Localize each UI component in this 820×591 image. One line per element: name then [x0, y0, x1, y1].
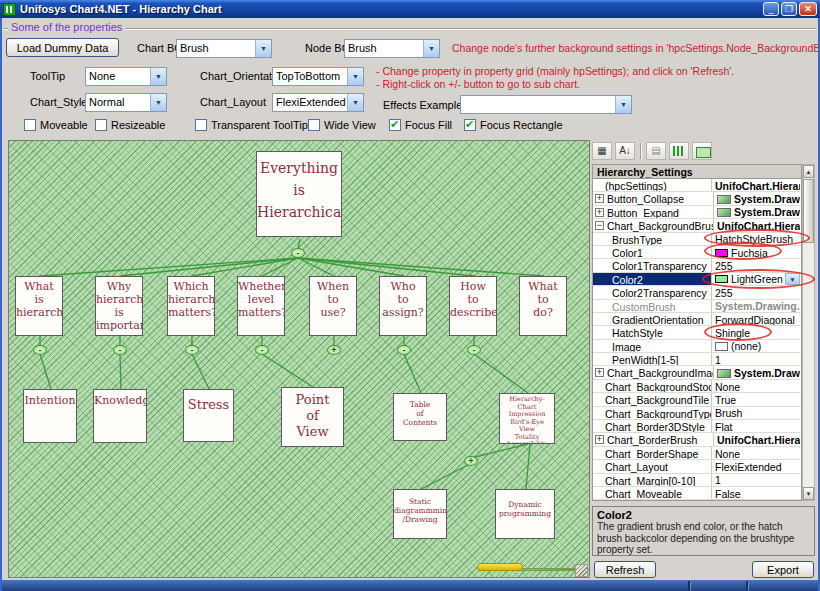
node-expand-button[interactable]: - — [397, 345, 411, 355]
expand-toggle-icon[interactable]: + — [595, 368, 604, 377]
chart-node-static-diagramming[interactable]: Static diagrammming /Drawing — [393, 489, 447, 539]
scroll-up-button[interactable]: ▲ — [803, 165, 814, 178]
property-row-chart-backgroundtile[interactable]: Chart_BackgroundTileTrue — [593, 393, 801, 406]
property-row-chart-border3dstyle[interactable]: Chart_Border3DStyleFlat — [593, 420, 801, 433]
load-dummy-data-button[interactable]: Load Dummy Data — [6, 38, 119, 57]
style-select[interactable]: Normal ▼ — [85, 93, 167, 112]
tooltip-select[interactable]: None ▼ — [85, 67, 167, 86]
chart-node-what-to-do[interactable]: What to do? — [519, 276, 567, 336]
chart-node-hierarchy-impression[interactable]: Hierarchy-Chart Impression Bird's-Eye Vi… — [499, 393, 555, 444]
property-value[interactable]: UnifoChart.Hierarchy — [713, 433, 801, 445]
property-value[interactable]: ForwardDiagonal — [711, 313, 801, 325]
expand-toggle-icon[interactable]: + — [595, 194, 604, 203]
property-value[interactable]: Flat — [711, 420, 801, 432]
expand-toggle-icon[interactable]: + — [595, 435, 604, 444]
property-value[interactable]: 1 — [711, 353, 801, 365]
node-expand-button[interactable]: - — [113, 345, 127, 355]
checkbox-resizeable[interactable]: Resizeable — [95, 118, 165, 132]
chart-node-why-important[interactable]: Why hierarchy is important? — [95, 276, 143, 336]
property-value[interactable]: System.Drawing — [713, 206, 801, 218]
property-row-chart-backgroundbrush[interactable]: −Chart_BackgroundBrushUnifoChart.Hierarc… — [593, 219, 801, 232]
property-value[interactable]: FlexiExtended — [711, 460, 801, 472]
property-row-color1transparency[interactable]: Color1Transparency255 — [593, 259, 801, 272]
property-row-chart-borderbrush[interactable]: +Chart_BorderBrushUnifoChart.Hierarchy — [593, 433, 801, 446]
maximize-button[interactable]: ❐ — [781, 2, 797, 16]
property-value[interactable]: 255 — [711, 286, 801, 298]
node-bg-select[interactable]: Brush ▼ — [344, 39, 440, 58]
property-row-chart-backgroundtype[interactable]: Chart_BackgroundTypeBrush — [593, 407, 801, 420]
hierarchy-chart-canvas[interactable]: Everything is Hierarchical What is hiera… — [8, 140, 590, 578]
node-expand-button[interactable]: - — [255, 345, 269, 355]
property-row-color1[interactable]: Color1Fuchsia — [593, 246, 801, 259]
chart-node-knowledge[interactable]: Knowledge — [93, 389, 147, 443]
chart-node-intention[interactable]: Intention — [23, 389, 77, 443]
property-value[interactable]: 1 — [711, 474, 801, 486]
node-expand-button[interactable]: + — [327, 345, 341, 355]
property-pages-icon[interactable]: ▤ — [646, 142, 666, 160]
combo-arrow-icon[interactable]: ▼ — [150, 68, 166, 85]
resize-grip[interactable] — [575, 564, 588, 577]
checkbox-moveable[interactable]: Moveable — [24, 118, 88, 132]
title-bar[interactable]: Unifosys Chart4.NET - Hierarchy Chart _ … — [0, 0, 820, 18]
expand-toggle-icon[interactable]: − — [595, 221, 604, 230]
property-value[interactable]: UnifoChart.Hierarchy — [711, 179, 801, 191]
property-value[interactable]: (none) — [711, 340, 801, 352]
chart-node-table-of-contents[interactable]: Table of Contents — [393, 393, 447, 441]
checkbox-box[interactable] — [195, 119, 207, 131]
property-value[interactable]: System.Drawing — [713, 192, 801, 204]
chart-node-point-of-view[interactable]: Point of View — [281, 387, 344, 447]
property-value[interactable]: UnifoChart.Hierarchy — [713, 219, 801, 231]
property-value[interactable]: False — [711, 487, 801, 499]
property-value[interactable]: None — [711, 380, 801, 392]
combo-arrow-icon[interactable]: ▼ — [615, 96, 631, 113]
chart-bg-select[interactable]: Brush ▼ — [176, 39, 272, 58]
node-expand-button[interactable]: - — [33, 345, 47, 355]
property-row-hatchstyle[interactable]: HatchStyleShingle — [593, 326, 801, 339]
close-button[interactable]: ✕ — [799, 2, 817, 16]
property-value[interactable]: Brush — [711, 407, 801, 419]
property-row-color2[interactable]: Color2LightGreen▼ — [593, 273, 801, 286]
property-row-chart-moveable[interactable]: Chart_MoveableFalse — [593, 487, 801, 500]
property-row-button-expand[interactable]: +Button_ExpandSystem.Drawing — [593, 206, 801, 219]
minimize-button[interactable]: _ — [763, 2, 779, 16]
node-expand-button[interactable]: - — [467, 345, 481, 355]
node-expand-button[interactable]: - — [291, 248, 305, 258]
property-value[interactable]: System.Drawing — [713, 366, 801, 378]
checkbox-box[interactable] — [95, 119, 107, 131]
checkbox-box[interactable] — [308, 119, 320, 131]
property-row-custombrush[interactable]: CustomBrushSystem.Drawing.Dra — [593, 300, 801, 313]
checkbox-transparent-tooltip[interactable]: Transparent ToolTip — [195, 118, 308, 132]
chart-node-whether-level[interactable]: Whether level matters? — [237, 276, 285, 336]
checkbox-box[interactable] — [24, 119, 36, 131]
property-value[interactable]: None — [711, 447, 801, 459]
checkbox-focus-rectangle[interactable]: Focus Rectangle — [464, 118, 563, 132]
layout-select[interactable]: FlexiExtended ▼ — [272, 93, 364, 112]
scroll-down-button[interactable]: ▼ — [803, 487, 814, 500]
property-row-button-collapse[interactable]: +Button_CollapseSystem.Drawing — [593, 192, 801, 205]
property-row-color2transparency[interactable]: Color2Transparency255 — [593, 286, 801, 299]
zoom-slider-thumb[interactable] — [477, 563, 523, 571]
chart-node-when-to-use[interactable]: When to use? — [309, 276, 357, 336]
property-value[interactable]: Shingle — [711, 326, 801, 338]
property-value[interactable]: True — [711, 393, 801, 405]
effects-select[interactable]: ▼ — [460, 95, 632, 114]
checkbox-box[interactable] — [389, 119, 401, 131]
chart-node-stress[interactable]: Stress — [183, 389, 234, 442]
chart-node-who-to-assign[interactable]: Who to assign? — [379, 276, 427, 336]
property-row-image[interactable]: Image(none) — [593, 340, 801, 353]
chart-bars-icon[interactable] — [669, 142, 689, 160]
checkbox-wide-view[interactable]: Wide View — [308, 118, 376, 132]
property-row-chart-backgroundstod[interactable]: Chart_BackgroundStodNone — [593, 380, 801, 393]
node-expand-button[interactable]: + — [464, 456, 478, 466]
property-row-chart-bordershape[interactable]: Chart_BorderShapeNone — [593, 447, 801, 460]
property-row-penwidth-1-5-[interactable]: PenWidth[1-5]1 — [593, 353, 801, 366]
chart-node-root[interactable]: Everything is Hierarchical — [256, 151, 342, 237]
property-value[interactable]: 255 — [711, 259, 801, 271]
chart-node-what-is-hierarchy[interactable]: What is hierarchy? — [15, 276, 63, 336]
scrollbar[interactable]: ▲ ▼ — [802, 164, 815, 501]
scroll-thumb[interactable] — [803, 179, 814, 243]
property-value[interactable]: LightGreen▼ — [711, 273, 801, 285]
checkbox-focus-fill[interactable]: Focus Fill — [389, 118, 452, 132]
categorized-icon[interactable]: ▦ — [592, 142, 612, 160]
combo-arrow-icon[interactable]: ▼ — [347, 68, 363, 85]
